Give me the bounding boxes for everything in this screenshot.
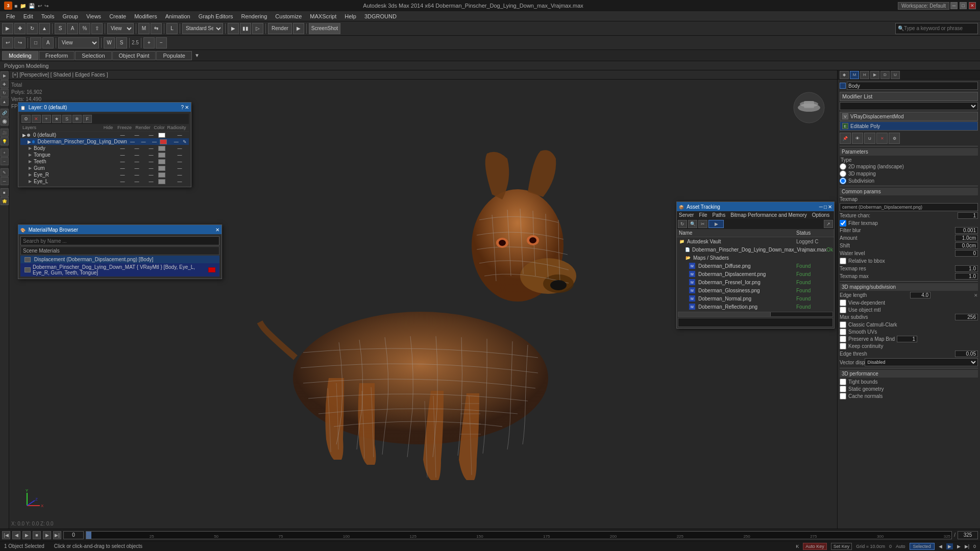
asset-row-displacement[interactable]: M Doberman_Dipslacement.png Found — [677, 270, 834, 278]
undo-btn[interactable]: ↩ — [38, 3, 42, 9]
asset-row-glossiness[interactable]: M Doberman_Glossiness.png Found — [677, 286, 834, 294]
snap-toggle[interactable]: S — [55, 23, 66, 34]
layer-row-eye-l[interactable]: ▶ Eye_L — — — — — [20, 178, 189, 185]
lt-rotate[interactable]: ↻ — [1, 89, 9, 97]
layer-settings-btn[interactable]: ⚙ — [21, 115, 31, 123]
lt-link[interactable]: 🔗 — [1, 109, 9, 117]
static-geom-check[interactable] — [840, 386, 846, 392]
lt-environment[interactable]: 🌟 — [1, 197, 9, 205]
qa-save[interactable]: 💾 — [29, 3, 35, 9]
zoom-in[interactable]: + — [143, 37, 155, 48]
asset-scrollbar[interactable] — [678, 312, 833, 317]
tab-populate[interactable]: Populate — [156, 51, 191, 60]
filter-texmap-check[interactable] — [840, 220, 846, 227]
water-level-input[interactable] — [955, 250, 978, 257]
layer-row-teeth[interactable]: ▶ Teeth — — — — — [20, 158, 189, 165]
rp-utilities-icon[interactable]: U — [891, 71, 900, 79]
sb-auto-key[interactable]: Auto Key — [803, 543, 827, 550]
make-unique[interactable]: U — [864, 133, 875, 144]
layer-row-gum[interactable]: ▶ Gum — — — — — [20, 165, 189, 171]
tab-modeling[interactable]: Modeling — [2, 51, 38, 60]
layer-panel-header[interactable]: 📋 Layer: 0 (default) ? ✕ — [18, 103, 191, 112]
lt-paint[interactable]: ✎ — [1, 168, 9, 177]
layer-filter-btn[interactable]: F — [83, 115, 92, 123]
maximize-button[interactable]: □ — [960, 2, 967, 9]
layer-freeze-all-btn[interactable]: ❄ — [72, 115, 82, 123]
layer-color-tongue[interactable] — [158, 153, 173, 158]
layer-row-body[interactable]: ▶ Body — — — — — [20, 145, 189, 152]
menu-maxscript[interactable]: MAXScript — [306, 12, 340, 20]
object-name-input[interactable]: Body — [847, 82, 978, 90]
asset-refresh-btn[interactable]: ↻ — [678, 220, 687, 228]
layer-highlight-btn[interactable]: ★ — [52, 115, 61, 123]
asset-server-btn[interactable]: ▶ — [708, 220, 724, 228]
tab-freeform[interactable]: Freeform — [39, 51, 75, 60]
lt-ribbon[interactable]: ─ — [1, 177, 9, 185]
asset-row-max-file[interactable]: 📄 Doberman_Pinscher_Dog_Lying_Down_max_V… — [677, 245, 834, 254]
filter-blur-input[interactable] — [955, 227, 978, 234]
menu-customize[interactable]: Customize — [271, 12, 306, 20]
layer-manager[interactable]: L — [166, 23, 178, 34]
asset-minimize-btn[interactable]: ─ — [819, 204, 823, 210]
shift-input[interactable] — [955, 242, 978, 249]
render-setup[interactable]: Render — [268, 23, 292, 34]
asset-strip-btn[interactable]: ✂ — [698, 220, 707, 228]
next-key-btn[interactable]: ▶| — [53, 531, 61, 539]
modifier-vray-displacement[interactable]: V VRayDisplacementMod — [840, 112, 978, 121]
nav-last[interactable]: ▶| — [965, 544, 969, 549]
asset-row-fresnel[interactable]: M Doberman_Fresnel_Ior.png Found — [677, 278, 834, 286]
next-frame[interactable]: ▷ — [252, 23, 263, 34]
lt-space-warp[interactable]: ~ — [1, 157, 9, 165]
type-2d-radio[interactable] — [840, 163, 846, 170]
material-panel-header[interactable]: 🎨 Material/Map Browser ✕ — [18, 225, 222, 234]
play-btn[interactable]: ▶ — [22, 531, 31, 539]
subdivision-header[interactable]: 3D mapping/subdivision — [840, 283, 978, 291]
layer-row-doberman[interactable]: ▶ Doberman_Pinscher_Dog_Lying_Down — — —… — [20, 138, 189, 145]
asset-row-normal[interactable]: M Doberman_Normal.png Found — [677, 294, 834, 303]
pin-stack[interactable]: 📌 — [840, 133, 851, 144]
common-params-header[interactable]: Common params — [840, 188, 978, 195]
tab-object-paint[interactable]: Object Paint — [112, 51, 156, 60]
asset-menu-server[interactable]: Server — [678, 212, 695, 218]
layer-row-tongue[interactable]: ▶ Tongue — — — — — [20, 152, 189, 158]
vector-disp-select[interactable]: Disabled Tangent — [865, 358, 978, 366]
max-subdivs-input[interactable] — [955, 314, 978, 320]
create-selection[interactable]: □ — [30, 37, 41, 48]
asset-menu-file[interactable]: File — [698, 212, 708, 218]
reference-coord[interactable]: View World Local — [107, 23, 134, 34]
lt-render-frame[interactable]: ■ — [1, 188, 9, 196]
menu-help[interactable]: Help — [340, 12, 360, 20]
performance-header[interactable]: 3D performance — [840, 370, 978, 378]
asset-locate-btn[interactable]: 🔍 — [688, 220, 697, 228]
selection-mode[interactable]: Selected — [910, 543, 935, 550]
asset-close-btn[interactable]: ✕ — [828, 204, 832, 210]
modifier-editable-poly[interactable]: E Editable Poly — [840, 121, 978, 131]
workspace-dropdown[interactable]: Workspace: Default — [898, 2, 949, 10]
texmap-res-input[interactable] — [955, 265, 978, 272]
menu-views[interactable]: Views — [82, 12, 105, 20]
smooth-uvs-check[interactable] — [840, 329, 846, 335]
asset-menu-bitmap[interactable]: Bitmap Performance and Memory — [729, 212, 808, 218]
lt-camera[interactable]: 🎥 — [1, 129, 9, 137]
asset-panel-header[interactable]: 📦 Asset Tracking ─ □ ✕ — [677, 202, 834, 211]
type-subdiv-radio[interactable] — [840, 178, 846, 184]
asset-row-reflection[interactable]: M Doberman_Reflection.png Found — [677, 303, 834, 311]
tight-bounds-check[interactable] — [840, 379, 846, 385]
rp-modify-icon[interactable]: M — [850, 71, 859, 79]
tab-selection[interactable]: Selection — [75, 51, 111, 60]
use-object-mtl-check[interactable] — [840, 307, 846, 313]
prev-key-btn[interactable]: |◀ — [2, 531, 10, 539]
screenshot-btn[interactable]: ScreenShot — [309, 23, 340, 34]
preserve-map-check[interactable] — [840, 336, 846, 342]
modifier-dropdown[interactable] — [840, 102, 978, 110]
frame-total-input[interactable] — [958, 531, 978, 539]
layer-delete-btn[interactable]: ✕ — [32, 115, 41, 123]
layer-color-doberman[interactable] — [160, 139, 170, 144]
sb-set-key[interactable]: Set Key — [831, 543, 852, 550]
frame-number-input[interactable]: 0 — [63, 531, 84, 539]
redo-btn[interactable]: ↪ — [44, 3, 48, 9]
prev-frame-btn[interactable]: ◀ — [12, 531, 20, 539]
menu-group[interactable]: Group — [58, 12, 82, 20]
relative-bbox-check[interactable] — [840, 258, 846, 264]
align-tool[interactable]: ⇆ — [151, 23, 162, 34]
